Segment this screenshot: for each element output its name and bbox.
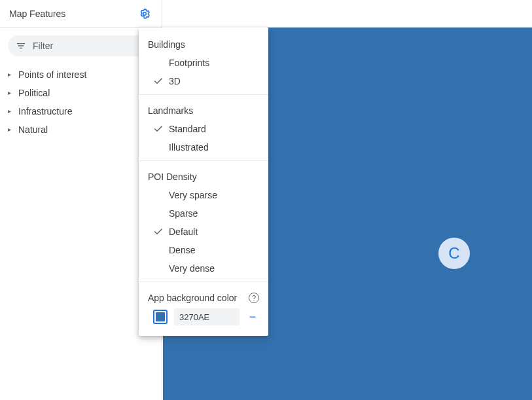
- sidebar-header: Map Features: [0, 0, 162, 27]
- option-3d[interactable]: 3D: [139, 72, 268, 90]
- svg-point-0: [143, 12, 147, 15]
- help-icon[interactable]: ?: [249, 293, 259, 303]
- chevron-right-icon: ▸: [8, 90, 14, 96]
- watermark-letter: C: [448, 244, 459, 263]
- option-label: Standard: [169, 124, 206, 134]
- hex-input[interactable]: [174, 308, 239, 325]
- feature-tree: ▸ Points of interest ▸ Political ▸ Infra…: [0, 62, 162, 143]
- option-label: Illustrated: [169, 142, 209, 153]
- remove-color-button[interactable]: −: [246, 310, 259, 324]
- option-dense[interactable]: Dense: [139, 241, 268, 259]
- option-default[interactable]: Default: [139, 223, 268, 241]
- divider: [139, 94, 268, 95]
- option-label: 3D: [169, 76, 181, 86]
- chevron-right-icon: ▸: [8, 108, 14, 115]
- section-title-buildings: Buildings: [139, 33, 268, 54]
- option-label: Dense: [169, 245, 195, 255]
- map-watermark: C: [438, 238, 470, 269]
- map-features-sidebar: Map Features Filter ▸ Points of interest…: [0, 0, 162, 400]
- check-icon: [148, 227, 169, 237]
- bg-color-label: App background color: [148, 293, 237, 303]
- bg-color-row: App background color ?: [139, 286, 268, 308]
- sidebar-item-poi[interactable]: ▸ Points of interest: [0, 65, 162, 84]
- gear-icon: [139, 8, 151, 20]
- filter-icon: [16, 41, 26, 51]
- sidebar-item-label: Political: [18, 88, 50, 98]
- sidebar-item-label: Natural: [18, 124, 48, 135]
- settings-popover: Buildings Footprints 3D Landmarks Standa…: [139, 27, 268, 336]
- chevron-right-icon: ▸: [8, 71, 14, 78]
- option-label: Default: [169, 227, 198, 237]
- divider: [139, 282, 268, 282]
- divider: [139, 160, 268, 161]
- sidebar-title: Map Features: [9, 9, 65, 19]
- section-title-landmarks: Landmarks: [139, 99, 268, 120]
- sidebar-item-political[interactable]: ▸ Political: [0, 84, 162, 102]
- option-illustrated[interactable]: Illustrated: [139, 138, 268, 156]
- check-icon: [148, 76, 169, 86]
- sidebar-item-label: Infrastructure: [18, 106, 72, 117]
- bg-color-input-row: −: [139, 308, 268, 325]
- option-label: Footprints: [169, 58, 209, 68]
- filter-container: Filter: [0, 27, 162, 62]
- chevron-right-icon: ▸: [8, 126, 14, 133]
- settings-button[interactable]: [137, 6, 152, 22]
- sidebar-item-natural[interactable]: ▸ Natural: [0, 120, 162, 139]
- color-swatch-inner: [156, 312, 165, 321]
- sidebar-item-label: Points of interest: [18, 69, 86, 80]
- option-very-sparse[interactable]: Very sparse: [139, 186, 268, 204]
- filter-input[interactable]: Filter: [8, 35, 154, 56]
- option-very-dense[interactable]: Very dense: [139, 259, 268, 278]
- section-title-poi-density: POI Density: [139, 165, 268, 186]
- option-footprints[interactable]: Footprints: [139, 54, 268, 72]
- option-label: Sparse: [169, 208, 198, 219]
- color-swatch[interactable]: [153, 310, 168, 324]
- option-label: Very sparse: [169, 190, 217, 200]
- option-standard[interactable]: Standard: [139, 120, 268, 138]
- check-icon: [148, 124, 169, 134]
- sidebar-item-infrastructure[interactable]: ▸ Infrastructure: [0, 102, 162, 120]
- option-sparse[interactable]: Sparse: [139, 204, 268, 223]
- filter-placeholder: Filter: [33, 41, 53, 51]
- option-label: Very dense: [169, 263, 215, 274]
